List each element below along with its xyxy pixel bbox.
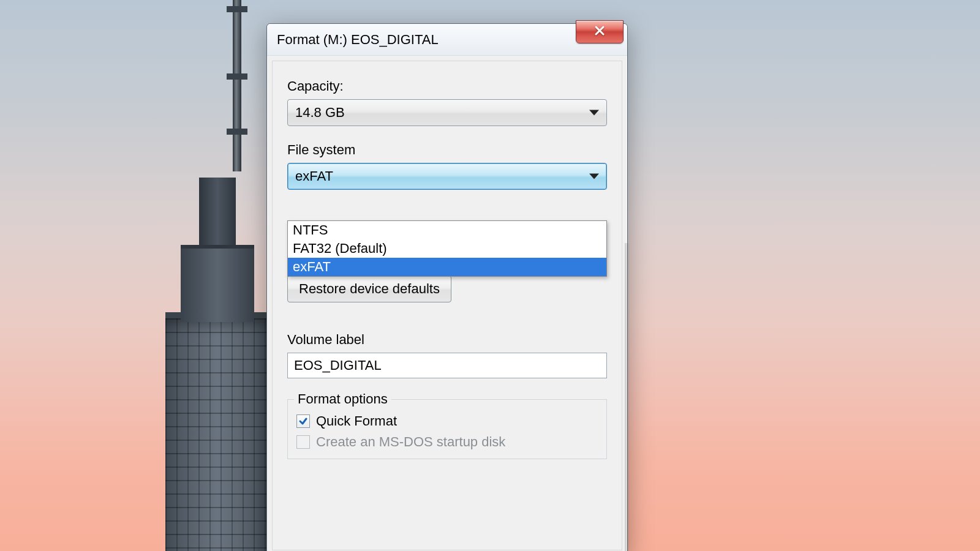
filesystem-listbox[interactable]: NTFS FAT32 (Default) exFAT (287, 220, 607, 277)
quick-format-row[interactable]: Quick Format (296, 411, 598, 432)
filesystem-label: File system (287, 142, 607, 158)
quick-format-checkbox[interactable] (296, 414, 310, 428)
format-dialog: Format (M:) EOS_DIGITAL Capacity: 14.8 G… (266, 23, 628, 551)
capacity-combobox[interactable]: 14.8 GB (287, 99, 607, 126)
chevron-down-icon (589, 110, 599, 116)
wallpaper-antenna (233, 0, 241, 171)
msdos-disk-row: Create an MS-DOS startup disk (296, 432, 598, 452)
filesystem-option-ntfs[interactable]: NTFS (288, 221, 606, 239)
close-button[interactable] (576, 20, 624, 43)
dialog-edge-shadow (625, 243, 630, 551)
filesystem-combobox[interactable]: exFAT (287, 163, 607, 190)
volume-label-input[interactable] (287, 353, 607, 378)
chevron-down-icon (589, 174, 599, 179)
volume-label-label: Volume label (287, 332, 607, 348)
format-options-legend: Format options (294, 391, 391, 407)
restore-defaults-label: Restore device defaults (299, 281, 440, 297)
dialog-client-area: Capacity: 14.8 GB File system exFAT NTFS… (272, 61, 622, 550)
close-icon (594, 24, 606, 39)
filesystem-option-exfat[interactable]: exFAT (288, 258, 606, 276)
filesystem-value: exFAT (295, 168, 333, 184)
titlebar[interactable]: Format (M:) EOS_DIGITAL (267, 24, 627, 56)
wallpaper-tower (165, 312, 270, 551)
capacity-label: Capacity: (287, 78, 607, 94)
dialog-title: Format (M:) EOS_DIGITAL (277, 32, 439, 48)
format-options-group: Format options Quick Format Create an MS… (287, 399, 607, 459)
filesystem-option-fat32[interactable]: FAT32 (Default) (288, 239, 606, 258)
restore-defaults-button[interactable]: Restore device defaults (287, 276, 451, 302)
capacity-value: 14.8 GB (295, 105, 345, 121)
msdos-disk-label: Create an MS-DOS startup disk (316, 434, 505, 450)
quick-format-label: Quick Format (316, 413, 397, 429)
msdos-disk-checkbox (296, 435, 310, 449)
